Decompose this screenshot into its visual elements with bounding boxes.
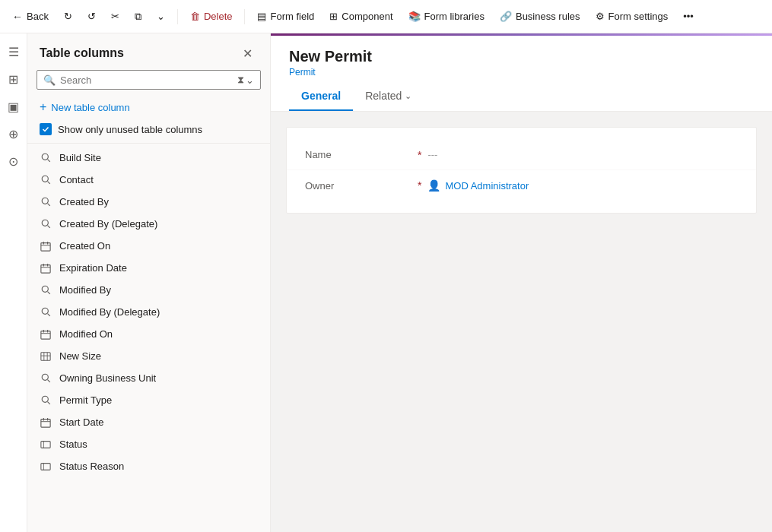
calendar-icon [40, 241, 52, 252]
chevron-down-icon: ⌄ [157, 11, 165, 22]
more-dropdown-button[interactable]: ⌄ [151, 8, 171, 25]
list-item[interactable]: Expiration Date [27, 257, 270, 279]
back-button[interactable]: ← Back [6, 8, 55, 26]
icon-bar: ☰ ⊞ ▣ ⊕ ⊙ [0, 33, 27, 532]
list-item[interactable]: Modified On [27, 323, 270, 345]
search-input[interactable] [60, 74, 233, 86]
panel-close-button[interactable]: ✕ [237, 43, 258, 64]
delete-label: Delete [204, 11, 233, 22]
status-icon [40, 461, 52, 472]
hamburger-menu-button[interactable]: ☰ [2, 40, 26, 64]
list-item[interactable]: Owning Business Unit [27, 367, 270, 389]
filter-button[interactable]: ⧗ ⌄ [237, 74, 254, 86]
delete-button[interactable]: 🗑 Delete [184, 8, 239, 25]
cut-button[interactable]: ✂ [105, 8, 125, 25]
search-icon: 🔍 [43, 74, 56, 86]
form-title: New Permit [289, 48, 754, 65]
paste-button[interactable]: ⧉ [129, 8, 148, 26]
number-icon [40, 351, 52, 362]
tab-related[interactable]: Related ⌄ [353, 84, 424, 111]
svg-rect-24 [41, 352, 50, 360]
list-item[interactable]: Created By (Delegate) [27, 213, 270, 235]
status-icon [40, 439, 52, 450]
list-item[interactable]: Created By [27, 191, 270, 213]
component-button[interactable]: ⊞ Component [323, 8, 399, 25]
list-item[interactable]: Status [27, 433, 270, 455]
form-libraries-label: Form libraries [424, 11, 484, 22]
table-columns-panel: Table columns ✕ 🔍 ⧗ ⌄ + New table column [27, 33, 271, 532]
svg-line-1 [47, 160, 49, 162]
grid-icon: ⊞ [8, 72, 18, 87]
list-item[interactable]: Build Site [27, 147, 270, 169]
unused-columns-checkbox[interactable] [40, 123, 52, 135]
form-subtitle: Permit [289, 67, 754, 78]
form-libraries-button[interactable]: 📚 Form libraries [402, 8, 491, 25]
form-field-button[interactable]: ▤ Form field [251, 8, 320, 25]
list-item[interactable]: Contact [27, 169, 270, 191]
column-name-label: Start Date [59, 416, 104, 428]
hamburger-icon: ☰ [8, 45, 19, 59]
column-name-label: Contact [59, 174, 94, 185]
list-item[interactable]: Modified By [27, 279, 270, 301]
column-name-label: Expiration Date [59, 262, 127, 274]
content-area: New Permit Permit GeneralRelated ⌄ Name*… [271, 33, 772, 532]
redo-button[interactable]: ↺ [81, 8, 102, 25]
back-icon: ← [12, 11, 23, 23]
search-icon [40, 197, 52, 207]
layers-button[interactable]: ⊕ [2, 122, 26, 146]
undo-icon: ↻ [64, 11, 72, 22]
panel-header: Table columns ✕ [27, 33, 270, 70]
grid-view-button[interactable]: ⊞ [2, 67, 26, 91]
main-toolbar: ← Back ↻ ↺ ✂ ⧉ ⌄ 🗑 Delete ▤ Form field ⊞… [0, 0, 772, 33]
form-field-value[interactable]: --- [427, 149, 437, 160]
redo-icon: ↺ [87, 11, 96, 22]
form-row: Name*--- [287, 140, 756, 170]
svg-rect-20 [41, 331, 50, 339]
svg-line-31 [47, 402, 49, 404]
form-settings-button[interactable]: ⚙ Form settings [589, 8, 675, 25]
undo-button[interactable]: ↻ [58, 8, 78, 25]
delete-icon: 🗑 [190, 11, 200, 22]
column-name-label: Modified On [59, 328, 113, 340]
list-item[interactable]: Modified By (Delegate) [27, 301, 270, 323]
tab-general[interactable]: General [289, 84, 353, 111]
form-settings-icon: ⚙ [596, 11, 605, 22]
business-rules-button[interactable]: 🔗 Business rules [494, 8, 586, 25]
column-name-label: Created By (Delegate) [59, 218, 157, 230]
svg-point-2 [42, 176, 48, 182]
form-field-value[interactable]: 👤MOD Administrator [427, 179, 529, 192]
form-field-icon: ▤ [257, 11, 266, 22]
checkbox-row[interactable]: Show only unused table columns [27, 119, 270, 144]
column-name-label: Owning Business Unit [59, 372, 156, 384]
form-body: Name*---Owner*👤MOD Administrator [271, 112, 772, 532]
overflow-icon: ••• [683, 11, 694, 22]
new-table-column-button[interactable]: + New table column [27, 96, 270, 119]
layers-icon: ⊕ [8, 127, 18, 141]
svg-rect-36 [41, 441, 50, 448]
overflow-button[interactable]: ••• [677, 8, 700, 25]
search-icon [40, 373, 52, 383]
calendar-icon [40, 263, 52, 274]
paste-icon: ⧉ [135, 11, 141, 23]
connections-button[interactable]: ⊙ [2, 149, 26, 173]
toolbar-divider-2 [244, 9, 245, 24]
svg-rect-38 [41, 463, 50, 470]
search-bar: 🔍 ⧗ ⌄ [37, 70, 261, 90]
list-item[interactable]: Created On [27, 235, 270, 257]
form-libraries-icon: 📚 [408, 11, 421, 22]
list-item[interactable]: Start Date [27, 411, 270, 433]
list-item[interactable]: Permit Type [27, 389, 270, 411]
columns-list: Build SiteContactCreated ByCreated By (D… [27, 144, 270, 532]
form-settings-label: Form settings [608, 11, 669, 22]
form-row: Owner*👤MOD Administrator [287, 170, 756, 201]
filter-chevron-icon: ⌄ [246, 74, 254, 86]
cut-icon: ✂ [111, 11, 119, 22]
svg-line-17 [47, 292, 49, 294]
connections-icon: ⊙ [8, 154, 18, 169]
search-icon [40, 307, 52, 317]
svg-point-28 [42, 374, 48, 380]
list-item[interactable]: New Size [27, 345, 270, 367]
table-view-button[interactable]: ▣ [2, 94, 26, 119]
list-item[interactable]: Status Reason [27, 455, 270, 477]
form-field-label: Form field [270, 11, 314, 22]
